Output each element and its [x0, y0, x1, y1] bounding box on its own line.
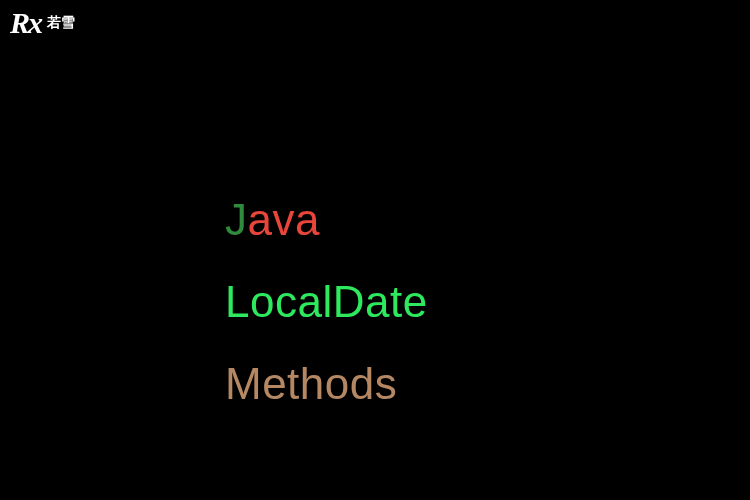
java-j-letter: J	[225, 195, 248, 244]
title-line-1: Java	[225, 195, 428, 245]
title-line-3: Methods	[225, 359, 428, 409]
java-ava-text: ava	[248, 195, 320, 244]
title-line-2: LocalDate	[225, 277, 428, 327]
main-content: Java LocalDate Methods	[225, 195, 428, 441]
logo-area: Rx 若雪	[10, 8, 75, 38]
logo-text: 若雪	[47, 14, 75, 32]
logo-symbol: Rx	[10, 8, 41, 38]
